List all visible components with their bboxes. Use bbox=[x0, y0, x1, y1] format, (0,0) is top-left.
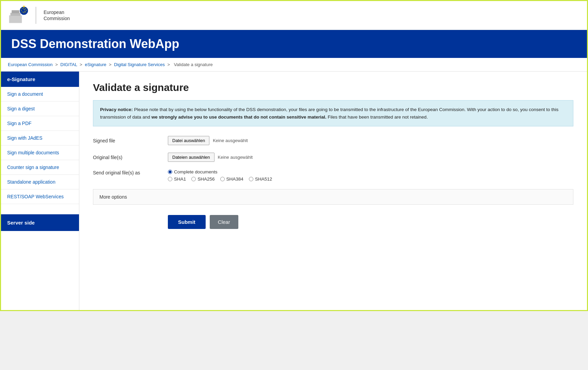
radio-sha1[interactable]: SHA1 bbox=[168, 176, 186, 182]
radio-sha256-label: SHA256 bbox=[197, 176, 214, 182]
breadcrumb-dss[interactable]: Digital Signature Services bbox=[114, 62, 165, 67]
original-files-row: Original file(s) Dateien auswählen Keine… bbox=[93, 153, 573, 162]
sidebar-item-sign-jades[interactable]: Sign with JAdES bbox=[1, 131, 79, 145]
more-options-label: More options bbox=[99, 194, 127, 200]
send-original-radios: Complete documents SHA1 SHA256 SHA384 bbox=[168, 169, 272, 182]
original-files-none: Keine ausgewählt bbox=[218, 155, 253, 160]
sidebar-server-side[interactable]: Server side bbox=[1, 214, 79, 231]
top-header: European Commission bbox=[1, 1, 587, 30]
privacy-bold-prefix: Privacy notice: bbox=[100, 107, 133, 112]
app-title: DSS Demonstration WebApp bbox=[11, 37, 577, 51]
privacy-notice: Privacy notice: Please note that by usin… bbox=[93, 100, 573, 126]
breadcrumb-current: Validate a signature bbox=[174, 62, 213, 67]
original-files-control: Dateien auswählen Keine ausgewählt bbox=[168, 153, 253, 162]
svg-point-5 bbox=[23, 7, 24, 8]
breadcrumb-ec[interactable]: European Commission bbox=[8, 62, 53, 67]
page-title: Validate a signature bbox=[93, 82, 573, 93]
svg-point-16 bbox=[23, 12, 24, 12]
breadcrumb: European Commission > DIGITAL > eSignatu… bbox=[1, 58, 587, 72]
sidebar-item-sign-digest[interactable]: Sign a digest bbox=[1, 102, 79, 116]
svg-point-11 bbox=[21, 10, 22, 11]
radio-row-complete: Complete documents bbox=[168, 169, 272, 174]
signed-file-row: Signed file Datei auswählen Keine ausgew… bbox=[93, 136, 573, 145]
privacy-bold-middle: we strongly advise you to use documents … bbox=[152, 114, 327, 120]
radio-sha512-label: SHA512 bbox=[255, 176, 272, 182]
radio-row-hash: SHA1 SHA256 SHA384 SHA512 bbox=[168, 176, 272, 182]
main-content: Validate a signature Privacy notice: Ple… bbox=[79, 72, 587, 310]
svg-rect-2 bbox=[12, 10, 19, 13]
header-divider bbox=[36, 7, 36, 24]
radio-complete-label: Complete documents bbox=[174, 169, 218, 174]
sidebar-item-standalone[interactable]: Standalone application bbox=[1, 175, 79, 189]
radio-sha512-input[interactable] bbox=[249, 177, 253, 181]
breadcrumb-esignature[interactable]: eSignature bbox=[85, 62, 106, 67]
send-original-row: Send original file(s) as Complete docume… bbox=[93, 169, 573, 182]
privacy-text2: Files that have been transmitted are not… bbox=[327, 114, 428, 120]
submit-button[interactable]: Submit bbox=[168, 215, 206, 229]
signed-file-button[interactable]: Datei auswählen bbox=[168, 136, 209, 145]
logo-area: European Commission bbox=[8, 5, 70, 26]
original-files-label: Original file(s) bbox=[93, 155, 168, 160]
svg-point-8 bbox=[25, 12, 26, 12]
sidebar-item-rest-soap[interactable]: REST/SOAP WebServices bbox=[1, 189, 79, 204]
eu-commission-logo bbox=[8, 5, 28, 26]
sidebar-item-sign-pdf[interactable]: Sign a PDF bbox=[1, 116, 79, 131]
form-buttons: Submit Clear bbox=[168, 215, 573, 229]
signed-file-control: Datei auswählen Keine ausgewählt bbox=[168, 136, 248, 145]
radio-sha384[interactable]: SHA384 bbox=[220, 176, 243, 182]
sidebar: e-Signature Sign a document Sign a diges… bbox=[1, 72, 79, 310]
blue-banner: DSS Demonstration WebApp bbox=[1, 30, 587, 58]
svg-rect-0 bbox=[9, 15, 22, 23]
breadcrumb-digital[interactable]: DIGITAL bbox=[60, 62, 77, 67]
svg-point-6 bbox=[25, 8, 26, 9]
clear-button[interactable]: Clear bbox=[210, 215, 238, 229]
sidebar-item-counter-sign[interactable]: Counter sign a signature bbox=[1, 160, 79, 175]
svg-point-9 bbox=[23, 12, 24, 13]
radio-complete-input[interactable] bbox=[168, 170, 172, 174]
radio-complete-documents[interactable]: Complete documents bbox=[168, 169, 218, 174]
radio-sha384-label: SHA384 bbox=[226, 176, 243, 182]
more-options[interactable]: More options bbox=[93, 189, 573, 205]
svg-point-15 bbox=[25, 11, 25, 12]
send-original-label: Send original file(s) as bbox=[93, 169, 168, 175]
org-name: European Commission bbox=[44, 9, 70, 21]
sidebar-item-sign-multiple[interactable]: Sign multiple documents bbox=[1, 145, 79, 160]
radio-sha512[interactable]: SHA512 bbox=[249, 176, 272, 182]
signed-file-label: Signed file bbox=[93, 138, 168, 143]
signed-file-none: Keine ausgewählt bbox=[213, 138, 248, 143]
svg-point-13 bbox=[23, 9, 24, 9]
sidebar-item-sign-document[interactable]: Sign a document bbox=[1, 87, 79, 102]
radio-sha1-label: SHA1 bbox=[174, 176, 186, 182]
radio-sha256[interactable]: SHA256 bbox=[191, 176, 214, 182]
radio-sha384-input[interactable] bbox=[220, 177, 225, 181]
sidebar-item-esignature[interactable]: e-Signature bbox=[1, 72, 79, 87]
radio-sha1-input[interactable] bbox=[168, 177, 172, 181]
original-files-button[interactable]: Dateien auswählen bbox=[168, 153, 214, 162]
svg-point-14 bbox=[25, 9, 25, 10]
svg-point-12 bbox=[22, 8, 22, 9]
radio-sha256-input[interactable] bbox=[191, 177, 196, 181]
svg-point-7 bbox=[26, 10, 27, 11]
main-layout: e-Signature Sign a document Sign a diges… bbox=[1, 72, 587, 310]
svg-point-10 bbox=[22, 12, 22, 12]
